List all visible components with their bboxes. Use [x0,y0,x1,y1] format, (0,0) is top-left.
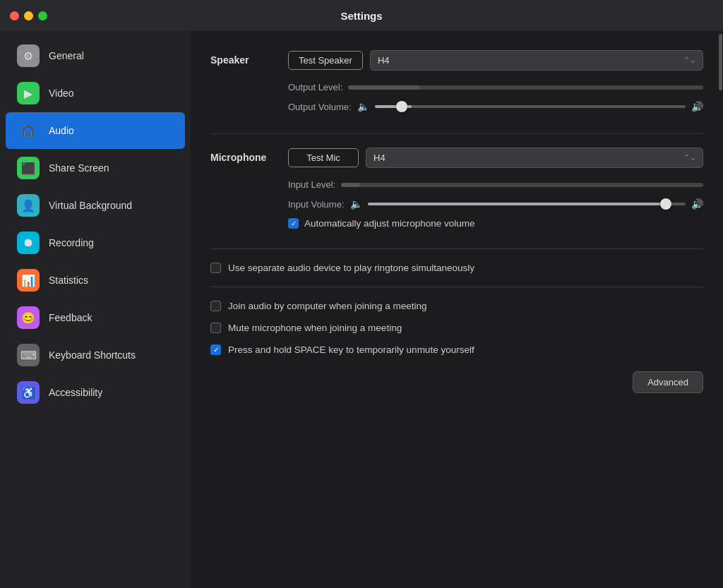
sidebar-item-keyboard-shortcuts[interactable]: ⌨ Keyboard Shortcuts [6,337,185,373]
speaker-label: Speaker [210,54,288,66]
output-level-label: Output Level: [288,82,342,92]
output-level-fill [348,85,419,90]
input-volume-content: Input Volume: 🔈 🔊 [288,197,703,211]
microphone-row: Microphone Test Mic H4 ⌃⌄ [210,145,703,169]
sidebar-item-video[interactable]: ▶ Video [6,75,185,112]
separator-2 [210,248,703,249]
input-level-label: Input Level: [288,179,335,190]
output-volume-slider[interactable] [375,100,686,114]
statistics-icon: 📊 [17,269,40,292]
sidebar-item-statistics[interactable]: 📊 Statistics [6,262,185,299]
input-level-content: Input Level: [288,179,703,190]
advanced-btn-row: Advanced [210,371,703,393]
join-audio-row: Join audio by computer when joining a me… [210,299,703,313]
auto-adjust-label[interactable]: Automatically adjust microphone volume [304,218,475,229]
scrollbar-thumb[interactable] [719,34,722,90]
input-level-row: Input Level: [210,179,703,190]
ringtone-label[interactable]: Use separate audio device to play ringto… [228,263,474,273]
sidebar-item-recording[interactable]: ⏺ Recording [6,224,185,261]
close-button[interactable] [10,11,19,20]
sidebar-item-general[interactable]: ⚙ General [6,37,185,74]
ringtone-checkbox[interactable] [210,263,221,273]
mic-device-select[interactable]: H4 [366,148,703,168]
mute-mic-label[interactable]: Mute microphone when joining a meeting [228,323,402,333]
sidebar-label-general: General [49,50,84,61]
sidebar: ⚙ General ▶ Video 🎧 Audio ⬛ Share Screen… [0,31,191,588]
sidebar-label-share-screen: Share Screen [49,162,109,174]
sidebar-label-recording: Recording [49,237,94,248]
sidebar-label-audio: Audio [49,125,74,136]
space-unmute-label[interactable]: Press and hold SPACE key to temporarily … [228,344,474,355]
input-volume-fill [368,203,660,205]
input-volume-low-icon: 🔈 [350,198,362,210]
output-volume-thumb[interactable] [396,101,407,112]
output-volume-label: Output Volume: [288,102,352,112]
test-mic-button[interactable]: Test Mic [288,148,359,167]
main-layout: ⚙ General ▶ Video 🎧 Audio ⬛ Share Screen… [0,31,723,588]
audio-icon: 🎧 [17,119,40,142]
output-volume-row: Output Volume: 🔈 🔊 [210,100,703,114]
input-volume-slider[interactable] [368,197,686,211]
sidebar-label-keyboard-shortcuts: Keyboard Shortcuts [49,349,136,361]
sidebar-label-virtual-background: Virtual Background [49,200,132,211]
join-audio-label[interactable]: Join audio by computer when joining a me… [228,301,426,311]
sidebar-item-audio[interactable]: 🎧 Audio [6,112,185,149]
keyboard-shortcuts-icon: ⌨ [17,344,40,366]
output-level-bar [348,85,703,90]
output-level-row: Output Level: [210,82,703,92]
auto-adjust-checkbox[interactable] [288,218,299,229]
maximize-button[interactable] [38,11,47,20]
output-level-content: Output Level: [288,82,703,92]
sidebar-label-video: Video [49,88,74,99]
mute-mic-row: Mute microphone when joining a meeting [210,320,703,335]
minimize-button[interactable] [24,11,33,20]
input-level-bar [341,183,703,187]
speaker-controls: Test Speaker H4 ⌃⌄ [288,50,703,71]
separator-1 [210,133,703,134]
ringtone-row: Use separate audio device to play ringto… [210,260,703,275]
input-level-fill [341,183,359,187]
content-area: Speaker Test Speaker H4 ⌃⌄ Output Level: [191,31,723,588]
test-speaker-button[interactable]: Test Speaker [288,51,363,70]
input-volume-row: Input Volume: 🔈 🔊 [210,197,703,211]
auto-adjust-row: Automatically adjust microphone volume [288,218,703,229]
input-volume-label: Input Volume: [288,199,345,210]
general-icon: ⚙ [17,44,40,67]
separator-3 [210,287,703,287]
advanced-button[interactable]: Advanced [633,371,703,393]
video-icon: ▶ [17,82,40,104]
sidebar-label-accessibility: Accessibility [49,387,102,398]
window-title: Settings [340,10,382,22]
mic-device-wrapper: H4 ⌃⌄ [366,148,703,168]
space-unmute-checkbox[interactable] [210,344,221,355]
sidebar-item-feedback[interactable]: 😊 Feedback [6,299,185,336]
join-audio-checkbox[interactable] [210,301,221,311]
titlebar: Settings [0,0,723,31]
output-volume-track [375,105,686,108]
sidebar-item-virtual-background[interactable]: 👤 Virtual Background [6,187,185,224]
microphone-section: Microphone Test Mic H4 ⌃⌄ Input Level: [210,145,703,229]
speaker-device-wrapper: H4 ⌃⌄ [370,50,703,71]
share-screen-icon: ⬛ [17,157,40,179]
sidebar-item-accessibility[interactable]: ♿ Accessibility [6,374,185,411]
sidebar-item-share-screen[interactable]: ⬛ Share Screen [6,150,185,186]
sidebar-label-statistics: Statistics [49,275,88,286]
microphone-label: Microphone [210,152,288,163]
output-volume-content: Output Volume: 🔈 🔊 [288,100,703,114]
input-volume-thumb[interactable] [660,198,671,210]
accessibility-icon: ♿ [17,381,40,404]
input-volume-track [368,203,686,205]
speaker-device-select[interactable]: H4 [370,50,703,71]
output-volume-high-icon: 🔊 [691,101,703,112]
recording-icon: ⏺ [17,232,40,254]
input-volume-high-icon: 🔊 [691,198,703,210]
speaker-row: Speaker Test Speaker H4 ⌃⌄ [210,48,703,72]
mute-mic-checkbox[interactable] [210,323,221,333]
space-unmute-row: Press and hold SPACE key to temporarily … [210,342,703,357]
scrollbar-track[interactable] [717,31,723,588]
virtual-background-icon: 👤 [17,194,40,217]
traffic-lights [10,11,47,20]
speaker-section: Speaker Test Speaker H4 ⌃⌄ Output Level: [210,48,703,114]
microphone-controls: Test Mic H4 ⌃⌄ [288,148,703,168]
sidebar-label-feedback: Feedback [49,312,92,323]
